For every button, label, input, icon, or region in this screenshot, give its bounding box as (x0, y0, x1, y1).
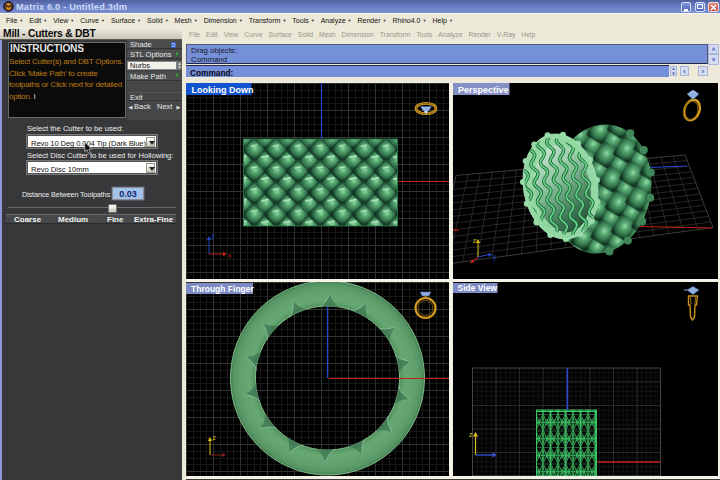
svg-text:x: x (228, 252, 232, 259)
svg-text:Perspective: Perspective (458, 85, 509, 95)
svg-text:z: z (473, 237, 476, 244)
svg-text:z: z (212, 434, 215, 441)
svg-text:Side View: Side View (457, 283, 497, 293)
svg-text:z: z (469, 431, 473, 438)
svg-text:Through Finger: Through Finger (191, 284, 254, 294)
svg-text:Looking Down: Looking Down (191, 85, 253, 95)
